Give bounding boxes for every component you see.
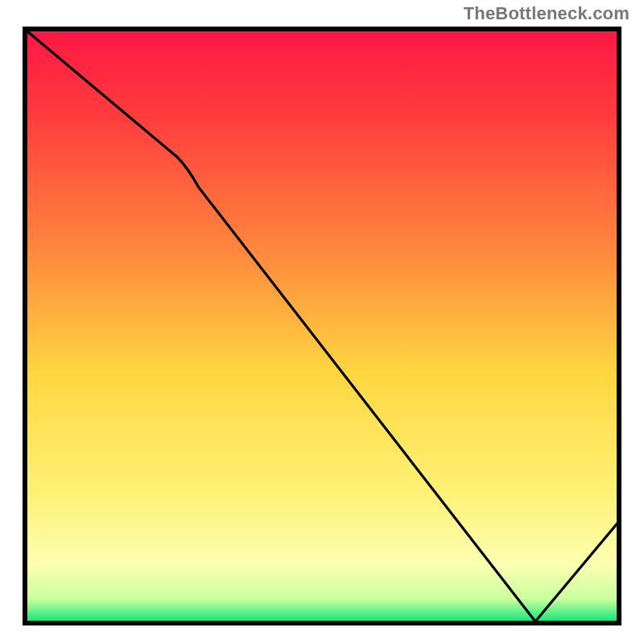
gradient-background bbox=[25, 29, 619, 623]
chart-container: TheBottleneck.com bbox=[0, 0, 644, 644]
plot-area bbox=[20, 24, 624, 628]
chart-svg bbox=[20, 24, 624, 628]
attribution-label: TheBottleneck.com bbox=[464, 3, 630, 24]
